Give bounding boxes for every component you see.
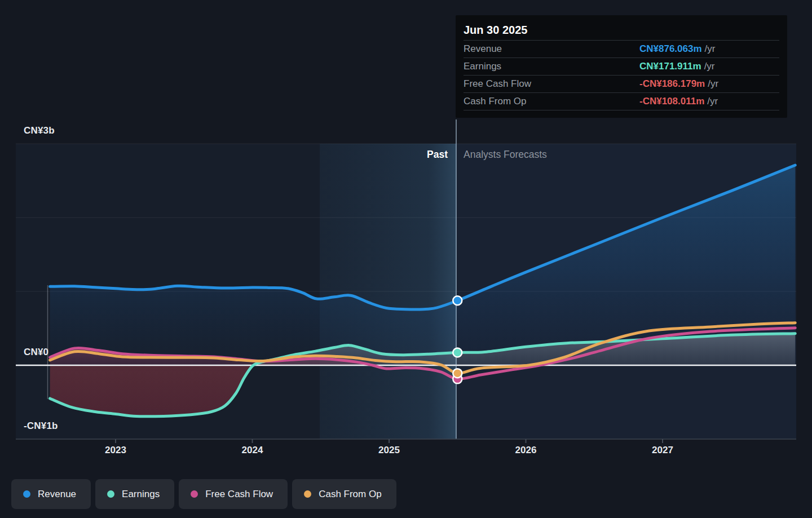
tooltip-row-suffix: /yr [704, 61, 715, 72]
legend-dot-icon [107, 490, 114, 498]
chart-tooltip: Jun 30 2025 Revenue CN¥876.063m /yr Earn… [456, 15, 787, 118]
tooltip-row-value: -CN¥186.179m [639, 78, 705, 90]
tooltip-row-suffix: /yr [707, 96, 718, 107]
tooltip-row: Cash From Op -CN¥108.011m /yr [464, 93, 779, 110]
legend-dot-icon [23, 490, 30, 498]
legend-pill-revenue[interactable]: Revenue [11, 479, 91, 509]
legend-dot-icon [304, 490, 311, 498]
legend-label: Revenue [38, 489, 76, 500]
earnings-marker [453, 348, 462, 357]
legend-pill-free-cash-flow[interactable]: Free Cash Flow [179, 479, 288, 509]
legend-label: Free Cash Flow [205, 489, 273, 500]
tooltip-row-suffix: /yr [708, 78, 718, 90]
cash-from-op-marker [453, 369, 462, 378]
x-axis-label: 2025 [364, 445, 414, 456]
tooltip-date: Jun 30 2025 [464, 21, 779, 41]
tooltip-row-label: Free Cash Flow [464, 78, 639, 90]
past-zone-label: Past [427, 149, 448, 161]
legend-label: Earnings [122, 489, 160, 500]
x-axis-label: 2027 [637, 445, 688, 456]
tooltip-row-suffix: /yr [705, 43, 716, 55]
tooltip-row: Earnings CN¥171.911m /yr [464, 58, 779, 76]
tooltip-row-label: Cash From Op [464, 96, 639, 107]
chart-legend: Revenue Earnings Free Cash Flow Cash Fro… [11, 479, 396, 509]
tooltip-row-value: CN¥171.911m [639, 61, 701, 72]
tooltip-row-value: CN¥876.063m [639, 43, 702, 55]
x-axis-label: 2024 [227, 445, 278, 456]
tooltip-row-label: Revenue [464, 43, 639, 55]
earnings-revenue-growth-chart: CN¥3bCN¥0-CN¥1b 20232024202520262027 Pas… [0, 0, 812, 518]
legend-pill-earnings[interactable]: Earnings [95, 479, 174, 509]
y-axis-label: CN¥0 [24, 347, 48, 358]
legend-label: Cash From Op [319, 489, 381, 500]
x-axis-label: 2026 [501, 445, 551, 456]
legend-dot-icon [191, 490, 198, 498]
tooltip-row-value: -CN¥108.011m [639, 96, 704, 107]
x-axis-label: 2023 [90, 445, 141, 456]
revenue-marker [453, 296, 462, 305]
y-axis-label: CN¥3b [24, 125, 55, 136]
y-axis-label: -CN¥1b [24, 420, 58, 432]
x-axis [16, 439, 796, 443]
tooltip-row: Revenue CN¥876.063m /yr [464, 41, 779, 58]
legend-pill-cash-from-op[interactable]: Cash From Op [292, 479, 396, 509]
analysts-forecasts-zone-label: Analysts Forecasts [464, 149, 547, 161]
tooltip-row-label: Earnings [464, 61, 639, 72]
tooltip-row: Free Cash Flow -CN¥186.179m /yr [464, 76, 779, 93]
